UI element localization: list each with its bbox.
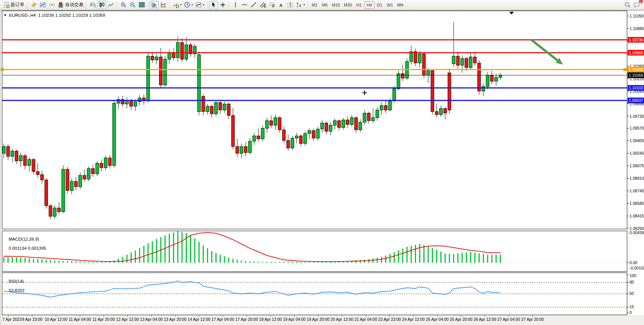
template-icon <box>195 2 202 8</box>
data-window-button[interactable] <box>38 1 47 9</box>
time-tick-label: 9 Apr 23:00 <box>22 317 43 322</box>
price-tick-label: 1.08415 <box>630 214 644 218</box>
price-level-badge: 1.10344 <box>628 67 644 72</box>
time-tick-label: 11 Apr 20:00 <box>92 317 115 322</box>
chevron-down-icon: ▾ <box>303 3 305 6</box>
cursor-button[interactable] <box>209 1 218 9</box>
timeframe-h4-button[interactable]: H4 <box>364 1 375 9</box>
macd-name: MACD(12,26,9) <box>9 237 39 241</box>
chevron-down-icon: ▾ <box>191 3 193 6</box>
time-tick-label: 14 Apr 12:00 <box>188 317 210 322</box>
timeframe-w1-button[interactable]: W1 <box>385 1 395 9</box>
toolbar-separator <box>148 1 148 9</box>
new-order-button[interactable]: 新订单 <box>2 1 26 9</box>
timeframe-m5-button[interactable]: M5 <box>320 1 330 9</box>
chart-window[interactable]: 1.110501.108851.107201.105551.103901.102… <box>0 10 644 325</box>
timeframe-group: M1M5M15M30H1H4D1W1MN <box>309 1 405 9</box>
fibonacci-button[interactable]: F <box>267 1 276 9</box>
rsi-value: 53.8202 <box>9 288 25 293</box>
market-watch-icon <box>30 2 37 8</box>
arrows-icon <box>296 2 302 8</box>
price-tick-label: 1.09570 <box>630 126 644 130</box>
timeframe-m15-button[interactable]: M15 <box>330 1 342 9</box>
horizontal-line-icon <box>241 2 248 8</box>
chart-canvas[interactable]: 1.110501.108851.107201.105551.103901.102… <box>1 11 644 325</box>
trendline-button[interactable] <box>249 1 258 9</box>
bars-chart-button[interactable] <box>88 1 97 9</box>
cursor-icon <box>210 2 217 8</box>
horizontal-line-button[interactable] <box>240 1 249 9</box>
timeframe-d1-button[interactable]: D1 <box>375 1 385 9</box>
price-tick-label: 1.09240 <box>630 151 644 155</box>
time-tick-label: 17 Apr 20:00 <box>235 317 258 322</box>
svg-text:E: E <box>264 4 266 8</box>
price-level-badge: 1.10736 <box>628 37 644 43</box>
macd-pane[interactable] <box>2 231 627 272</box>
chart-shift-button[interactable] <box>159 1 168 9</box>
rsi-name: RSI(14) <box>9 279 24 284</box>
new-order-icon <box>3 2 10 8</box>
time-tick-label: 24 Apr 12:00 <box>402 317 425 322</box>
zoom-in-button[interactable] <box>119 1 128 9</box>
periods-button[interactable]: ▾ <box>183 1 194 9</box>
chart-context-caret[interactable]: ▼ <box>3 13 7 17</box>
search-button[interactable] <box>623 1 632 9</box>
toolbar-separator <box>169 1 170 9</box>
autoscroll-button[interactable] <box>150 1 159 9</box>
macd-indicator-label: MACD(12,26,9) 0.001134 0.001395 <box>4 232 46 255</box>
candles-chart-icon <box>99 2 105 8</box>
candles-chart-button[interactable] <box>97 1 106 9</box>
indicators-button[interactable]: ▾ <box>171 1 183 9</box>
chevron-down-icon: ▾ <box>180 3 182 6</box>
time-tick-label: 21 Apr 04:00 <box>354 317 377 322</box>
channel-button[interactable]: E <box>258 1 267 9</box>
vertical-line-icon <box>232 2 239 8</box>
price-level-badge: 1.10269 <box>628 72 644 78</box>
price-tick-label: 1.08910 <box>630 176 644 181</box>
time-tick-label: 19 Apr 04:00 <box>283 317 306 322</box>
new-order-label: 新订单 <box>11 2 24 8</box>
svg-text:T: T <box>289 3 292 7</box>
price-level-badge: 1.10102 <box>628 85 644 91</box>
line-chart-icon <box>108 2 114 8</box>
timeframe-m1-button[interactable]: M1 <box>309 1 320 9</box>
templates-button[interactable]: ▾ <box>194 1 206 9</box>
orange-line-handle[interactable] <box>624 68 626 71</box>
tile-windows-icon <box>139 2 145 8</box>
time-tick-label: 18 Apr 12:00 <box>259 317 282 322</box>
vertical-line-button[interactable] <box>231 1 240 9</box>
crosshair-button[interactable] <box>218 1 227 9</box>
price-tick-label: 1.09075 <box>630 163 644 168</box>
time-tick-label: 17 Apr 04:00 <box>212 317 234 322</box>
time-tick-label: 11 Apr 04:00 <box>69 317 91 322</box>
toolbar-separator <box>27 1 27 9</box>
market-watch-button[interactable] <box>29 1 38 9</box>
macd-values: 0.001134 0.001395 <box>9 246 46 250</box>
svg-text:A: A <box>279 3 282 8</box>
price-level-badge: 1.09937 <box>628 98 644 103</box>
zoom-out-button[interactable] <box>128 1 137 9</box>
svg-text:-0.001021: -0.001021 <box>630 266 644 270</box>
orange-line-handle[interactable] <box>1 68 3 71</box>
line-chart-button[interactable] <box>106 1 115 9</box>
signals-button[interactable] <box>47 1 56 9</box>
price-tick-label: 1.09730 <box>630 114 644 119</box>
time-tick-label: 13 Apr 20:00 <box>164 317 187 322</box>
time-tick-label: 7 Apr 2023 <box>2 317 22 322</box>
price-tick-label: 1.08745 <box>630 189 644 193</box>
zoom-out-icon <box>129 2 136 8</box>
chart-symbol-period: EURUSD-,H4 <box>9 13 36 17</box>
time-tick-label: 23 Apr 23:00 <box>378 317 401 322</box>
notification-badge: 1 <box>639 0 643 4</box>
timeframe-h1-button[interactable]: H1 <box>354 1 364 9</box>
timeframe-m30-button[interactable]: M30 <box>342 1 354 9</box>
arrows-button[interactable]: ▾ <box>295 1 306 9</box>
crosshair-icon <box>220 2 226 8</box>
trendline-icon <box>250 2 257 8</box>
tile-windows-button[interactable] <box>137 1 146 9</box>
autotrade-button[interactable]: 自动交易 <box>56 1 84 9</box>
timeframe-mn-button[interactable]: MN <box>395 1 405 9</box>
main-pane[interactable] <box>2 11 627 229</box>
text-label-button[interactable]: T <box>285 1 295 9</box>
text-button[interactable]: A <box>276 1 285 9</box>
